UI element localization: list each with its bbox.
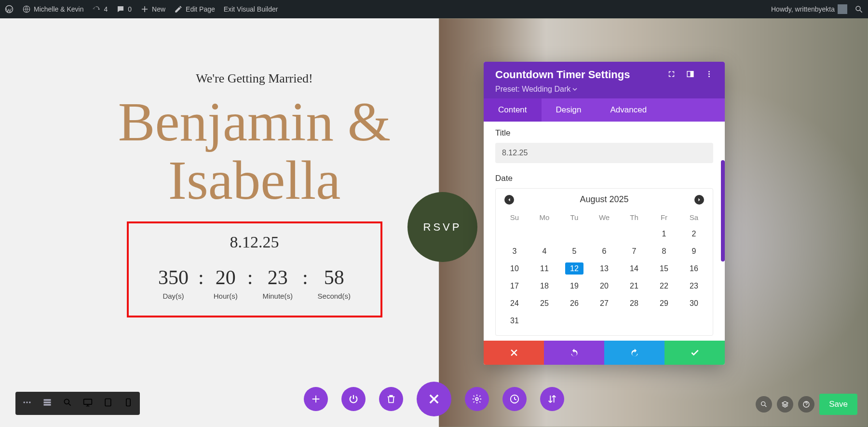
calendar-day[interactable]: 17 <box>500 277 529 295</box>
calendar-day[interactable]: 11 <box>529 260 559 277</box>
calendar-day[interactable]: 13 <box>589 260 619 277</box>
svg-rect-11 <box>44 399 51 400</box>
updates-link[interactable]: 4 <box>93 5 108 14</box>
wp-logo-icon[interactable] <box>5 5 14 14</box>
svg-rect-12 <box>44 401 51 403</box>
countdown-seconds: 58 <box>318 266 351 289</box>
more-menu-icon[interactable] <box>22 398 32 409</box>
calendar-dow: Tu <box>559 209 589 225</box>
close-builder-button[interactable] <box>417 382 451 416</box>
add-section-button[interactable] <box>304 387 328 411</box>
countdown-hours: 20 <box>214 266 238 289</box>
calendar-day[interactable]: 31 <box>500 312 529 330</box>
search-mini-icon[interactable] <box>756 396 772 413</box>
title-field-input[interactable] <box>495 143 713 163</box>
desktop-view-icon[interactable] <box>83 398 93 409</box>
calendar-month: August 2025 <box>580 194 628 205</box>
search-icon[interactable] <box>854 5 863 14</box>
power-button[interactable] <box>341 387 366 411</box>
countdown-minutes: 23 <box>262 266 293 289</box>
site-name-link[interactable]: Michelle & Kevin <box>22 5 84 14</box>
expand-icon[interactable] <box>667 70 676 80</box>
svg-rect-16 <box>105 399 111 406</box>
calendar-day[interactable]: 26 <box>559 295 589 312</box>
wp-admin-bar: Michelle & Kevin 4 0 New Edit Page Exit … <box>0 0 868 18</box>
calendar-day[interactable]: 6 <box>589 243 619 260</box>
svg-point-14 <box>64 399 69 404</box>
calendar-day[interactable]: 12 <box>559 260 589 277</box>
calendar-day[interactable]: 4 <box>529 243 559 260</box>
calendar-day[interactable]: 7 <box>619 243 649 260</box>
layers-icon[interactable] <box>777 396 793 413</box>
settings-button[interactable] <box>465 387 489 411</box>
exit-builder-link[interactable]: Exit Visual Builder <box>224 5 278 13</box>
hero-left: We're Getting Married! Benjamin & Isabel… <box>0 18 439 427</box>
calendar-day[interactable]: 5 <box>559 243 589 260</box>
undo-button[interactable] <box>544 341 604 365</box>
confirm-button[interactable] <box>665 341 725 365</box>
svg-point-7 <box>708 76 710 77</box>
calendar-next-button[interactable] <box>694 195 704 205</box>
calendar-day[interactable]: 19 <box>559 277 589 295</box>
save-button[interactable]: Save <box>819 394 857 415</box>
calendar-day[interactable]: 23 <box>679 277 709 295</box>
sort-button[interactable] <box>540 387 564 411</box>
tablet-view-icon[interactable] <box>103 398 113 409</box>
countdown-title: 8.12.25 <box>143 233 366 251</box>
viewport-toolbar <box>15 392 140 415</box>
countdown-days: 350 <box>158 266 189 289</box>
preset-dropdown[interactable]: Preset: Wedding Dark <box>495 85 713 94</box>
calendar-day[interactable]: 2 <box>679 225 709 243</box>
calendar-day[interactable]: 9 <box>679 243 709 260</box>
tab-content[interactable]: Content <box>484 98 542 122</box>
module-settings-panel: Countdown Timer Settings Preset: Wedding… <box>484 62 725 365</box>
mobile-view-icon[interactable] <box>123 398 133 409</box>
calendar-day[interactable]: 27 <box>589 295 619 312</box>
calendar-day[interactable]: 1 <box>649 225 679 243</box>
more-icon[interactable] <box>705 70 713 80</box>
calendar-day[interactable]: 29 <box>649 295 679 312</box>
calendar-day[interactable]: 25 <box>529 295 559 312</box>
wireframe-icon[interactable] <box>42 398 52 409</box>
calendar-day[interactable]: 8 <box>649 243 679 260</box>
date-field-label: Date <box>495 174 713 183</box>
comments-link[interactable]: 0 <box>116 5 132 14</box>
new-link[interactable]: New <box>140 5 165 14</box>
svg-point-2 <box>856 6 860 11</box>
countdown-module[interactable]: 8.12.25 350Day(s) : 20Hour(s) : 23Minute… <box>127 221 382 317</box>
calendar-dow: Mo <box>529 209 559 225</box>
calendar-picker: August 2025 SuMoTuWeThFrSa12345678910111… <box>495 188 713 336</box>
discard-button[interactable] <box>484 341 544 365</box>
history-button[interactable] <box>502 387 527 411</box>
calendar-day[interactable]: 18 <box>529 277 559 295</box>
snap-icon[interactable] <box>686 70 694 80</box>
rsvp-button[interactable]: RSVP <box>407 192 477 262</box>
calendar-day[interactable]: 10 <box>500 260 529 277</box>
edit-page-link[interactable]: Edit Page <box>174 5 215 14</box>
svg-point-8 <box>24 401 25 403</box>
svg-point-6 <box>708 73 710 75</box>
calendar-day[interactable]: 21 <box>619 277 649 295</box>
calendar-prev-button[interactable] <box>504 195 514 205</box>
calendar-dow: Th <box>619 209 649 225</box>
calendar-day[interactable]: 30 <box>679 295 709 312</box>
tab-design[interactable]: Design <box>542 98 596 122</box>
help-icon[interactable] <box>798 396 814 413</box>
scrollbar[interactable] <box>721 160 725 262</box>
calendar-day[interactable]: 28 <box>619 295 649 312</box>
zoom-icon[interactable] <box>63 398 72 409</box>
redo-button[interactable] <box>604 341 665 365</box>
svg-point-5 <box>708 71 710 72</box>
calendar-day[interactable]: 15 <box>649 260 679 277</box>
user-greeting[interactable]: Howdy, writtenbyekta <box>771 4 847 14</box>
svg-point-10 <box>29 401 30 403</box>
calendar-day[interactable]: 16 <box>679 260 709 277</box>
calendar-day[interactable]: 22 <box>649 277 679 295</box>
trash-button[interactable] <box>379 387 403 411</box>
calendar-day[interactable]: 20 <box>589 277 619 295</box>
calendar-day[interactable]: 3 <box>500 243 529 260</box>
builder-toolbar <box>304 382 564 416</box>
calendar-day[interactable]: 24 <box>500 295 529 312</box>
calendar-day[interactable]: 14 <box>619 260 649 277</box>
tab-advanced[interactable]: Advanced <box>596 98 661 122</box>
